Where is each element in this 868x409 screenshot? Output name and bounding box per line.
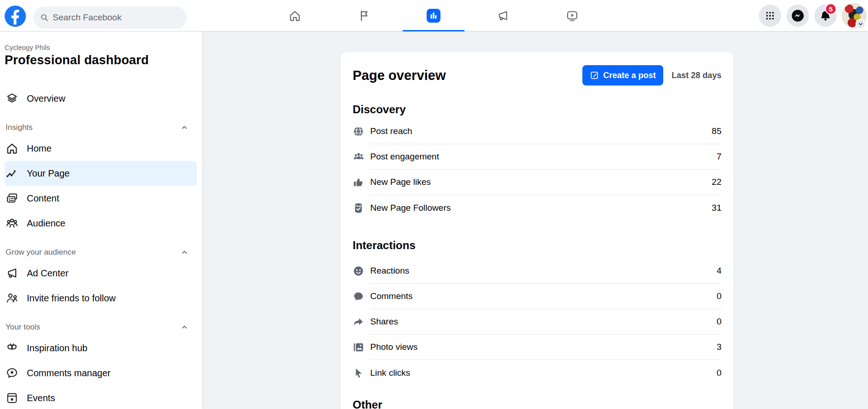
interactions-rows: Reactions4 Comments0 Shares0 Photo views… [353,258,721,385]
sidebar-item-label: Content [27,193,59,204]
stat-row-reactions: Reactions4 [353,258,721,284]
insights-bar-chart-icon [427,9,440,23]
stat-label: Post reach [370,126,412,136]
tab-video[interactable] [538,0,607,31]
trend-icon [6,167,18,180]
sidebar-item-comments-manager[interactable]: Comments manager [5,360,197,385]
sidebar-item-label: Invite friends to follow [27,293,116,304]
stat-row-photo-views: Photo views3 [353,335,721,360]
sidebar-item-content[interactable]: Content [5,186,197,211]
tab-pages[interactable] [330,0,399,31]
center-nav-tabs [260,0,607,31]
content-cards-icon [6,192,18,205]
butterfly-icon [6,342,18,354]
stat-label: Post engagement [370,152,439,162]
chevron-up-icon [180,248,189,256]
search-icon [40,13,49,22]
messenger-icon [791,9,804,22]
chevron-up-icon [180,123,189,132]
tab-ads[interactable] [468,0,538,31]
create-post-button[interactable]: Create a post [582,65,663,85]
sidebar-item-label: Comments manager [27,368,110,378]
sidebar-item-label: Events [27,393,55,403]
section-title-interactions: Interactions [353,239,721,253]
video-icon [566,9,579,22]
sidebar-item-home[interactable]: Home [5,136,197,161]
layers-icon [6,92,18,105]
sidebar-item-label: Audience [27,218,65,229]
chevron-up-icon [180,323,189,331]
cursor-icon [353,367,364,378]
sidebar-item-invite-friends[interactable]: Invite friends to follow [5,286,197,311]
stat-value: 22 [712,177,721,187]
sidebar-title: Professional dashboard [5,53,197,67]
follower-check-icon [353,202,364,214]
sidebar-group-grow-your-audience[interactable]: Grow your audience [5,244,197,261]
stat-label: New Page Followers [370,203,451,213]
page-title: Page overview [353,68,582,83]
search-bar[interactable] [33,6,187,29]
share-arrow-icon [353,316,364,328]
sidebar-item-ad-center[interactable]: Ad Center [5,261,197,286]
megaphone-icon [6,267,18,280]
stat-value: 3 [716,342,721,352]
invite-people-icon [6,292,18,305]
comment-star-icon [6,366,18,379]
sidebar-group-your-tools[interactable]: Your tools [5,319,197,336]
pages-flag-icon [358,9,371,22]
facebook-f-icon [5,6,26,27]
search-input[interactable] [53,12,173,23]
home-icon [288,9,301,22]
sidebar-item-label: Overview [27,93,65,104]
discovery-rows: Post reach85 Post engagement7 New Page l… [353,119,721,220]
stat-row-comments: Comments0 [353,284,721,309]
comment-bubble-icon [353,291,364,302]
account-menu-button[interactable] [856,19,866,29]
tab-home[interactable] [260,0,330,31]
stat-label: New Page likes [370,177,431,187]
stat-label: Comments [370,291,413,301]
stat-label: Link clicks [370,368,410,378]
stat-value: 4 [716,266,721,276]
stat-value: 0 [716,368,721,378]
messenger-button[interactable] [787,5,809,27]
stat-row-link-clicks: Link clicks0 [353,360,721,385]
facebook-logo[interactable] [5,6,26,27]
stat-row-post-reach: Post reach85 [353,119,721,144]
stat-value: 7 [716,152,721,162]
top-navigation-bar: 5 [0,0,868,31]
sidebar-item-label: Ad Center [27,268,68,279]
apps-menu-button[interactable] [759,5,781,27]
sidebar-group-insights[interactable]: Insights [5,119,197,136]
notification-count-badge: 5 [825,3,837,15]
section-title-other: Other [353,398,721,409]
sidebar-item-audience[interactable]: Audience [5,211,197,236]
tab-insights-active[interactable] [399,0,468,31]
section-title-discovery: Discovery [353,103,721,117]
stat-label: Reactions [370,266,410,276]
create-post-label: Create a post [603,71,656,80]
group-header-label: Grow your audience [6,248,76,257]
chevron-down-icon [857,21,864,27]
sidebar-item-events[interactable]: Events [5,385,197,409]
stat-row-post-engagement: Post engagement7 [353,144,721,170]
stat-value: 85 [712,126,721,136]
date-range-label: Last 28 days [672,71,721,80]
apps-grid-icon [765,11,775,21]
home-icon [6,142,18,155]
page-overview-card: Page overview Create a post Last 28 days… [341,52,734,409]
stat-row-shares: Shares0 [353,309,721,335]
sidebar-item-inspiration-hub[interactable]: Inspiration hub [5,336,197,360]
ads-megaphone-icon [496,9,509,22]
sidebar-item-your-page[interactable]: Your Page [5,161,197,186]
stat-label: Shares [370,317,398,327]
audience-people-icon [6,217,18,230]
people-group-icon [353,151,365,163]
page-name: Cycleogy Phils [5,43,197,51]
group-header-label: Insights [6,123,33,132]
photo-icon [353,342,364,353]
pencil-square-icon [590,71,599,80]
group-header-label: Your tools [6,323,40,332]
sidebar-item-label: Home [27,143,51,154]
sidebar-item-overview[interactable]: Overview [5,86,197,111]
